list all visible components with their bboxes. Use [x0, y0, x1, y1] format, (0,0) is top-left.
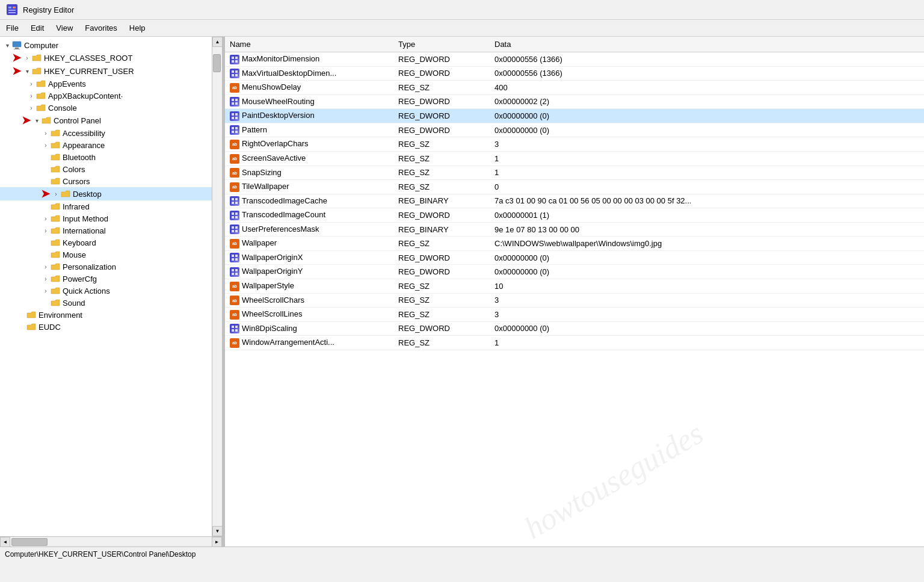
expand-appearance[interactable]: › — [41, 140, 51, 150]
expand-accessibility[interactable]: › — [41, 128, 51, 138]
table-row[interactable]: UserPreferencesMaskREG_BINARY9e 1e 07 80… — [225, 222, 924, 237]
tree-item-accessibility[interactable]: › Accessibility — [0, 127, 212, 139]
tree-item-appxbackup[interactable]: › AppXBackupContent· — [0, 90, 212, 102]
scroll-down-btn[interactable]: ▼ — [212, 526, 222, 536]
tree-item-appevents[interactable]: › AppEvents — [0, 78, 212, 90]
reg-type-cell: REG_SZ — [393, 166, 490, 180]
tree-item-appearance[interactable]: › Appearance — [0, 139, 212, 151]
table-row[interactable]: abWallpaperREG_SZC:\WINDOWS\web\wallpape… — [225, 237, 924, 251]
tree-item-powercfg[interactable]: › PowerCfg — [0, 273, 212, 285]
svg-rect-43 — [235, 258, 238, 261]
table-row[interactable]: TranscodedImageCountREG_DWORD0x00000001 … — [225, 208, 924, 223]
svg-rect-26 — [232, 131, 234, 133]
table-row[interactable]: abWheelScrollLinesREG_SZ3 — [225, 308, 924, 322]
expand-international[interactable]: › — [41, 226, 51, 235]
table-row[interactable]: WallpaperOriginXREG_DWORD0x00000000 (0) — [225, 250, 924, 265]
tree-item-hkcu[interactable]: ➤ ▾ HKEY_CURRENT_USER — [0, 64, 212, 78]
reg-data-cell: 10 — [490, 279, 924, 294]
table-row[interactable]: abTileWallpaperREG_SZ0 — [225, 180, 924, 194]
expand-controlpanel[interactable]: ▾ — [32, 116, 42, 125]
table-row[interactable]: abSnapSizingREG_SZ1 — [225, 166, 924, 180]
scroll-up-btn[interactable]: ▲ — [212, 37, 222, 47]
tree-item-console[interactable]: › Console — [0, 102, 212, 114]
table-row[interactable]: MaxMonitorDimensionREG_DWORD0x00000556 (… — [225, 52, 924, 67]
tree-item-mouse[interactable]: Mouse — [0, 249, 212, 261]
left-hscrollbar[interactable]: ◄ ► — [0, 536, 222, 546]
tree-item-hkcr[interactable]: ➤ › HKEY_CLASSES_ROOT — [0, 51, 212, 64]
tree-item-sound[interactable]: Sound — [0, 297, 212, 309]
table-row[interactable]: MaxVirtualDesktopDimen...REG_DWORD0x0000… — [225, 66, 924, 81]
scroll-thumb-left[interactable] — [213, 54, 221, 72]
table-row[interactable]: abMenuShowDelayREG_SZ400 — [225, 81, 924, 95]
tree-item-personalization[interactable]: › Personalization — [0, 261, 212, 273]
reg-name-cell: WallpaperOriginY — [225, 265, 393, 279]
reg-dword-icon — [230, 55, 239, 64]
expand-personalization[interactable]: › — [41, 262, 51, 271]
reg-dword-icon — [230, 125, 239, 135]
reg-sz-icon: ab — [230, 338, 239, 348]
table-row[interactable]: abWheelScrollCharsREG_SZ3 — [225, 293, 924, 308]
reg-name-text: ScreenSaveActive — [242, 153, 306, 163]
tree-item-desktop[interactable]: ➤ › Desktop — [0, 187, 212, 200]
menu-help[interactable]: Help — [123, 21, 152, 35]
tree-item-inputmethod[interactable]: › Input Method — [0, 212, 212, 224]
expand-computer[interactable]: ▾ — [2, 40, 12, 50]
tree-item-keyboard[interactable]: Keyboard — [0, 237, 212, 249]
tree-item-international[interactable]: › International — [0, 224, 212, 237]
main-content: howtouseguides ▾ Computer ➤ — [0, 37, 924, 546]
folder-icon-cursors — [51, 176, 60, 186]
table-row[interactable]: PatternREG_DWORD0x00000000 (0) — [225, 123, 924, 137]
tree-item-environment[interactable]: Environment — [0, 309, 212, 321]
menu-view[interactable]: View — [50, 21, 79, 35]
table-row[interactable]: MouseWheelRoutingREG_DWORD0x00000002 (2) — [225, 94, 924, 109]
svg-rect-41 — [235, 255, 238, 257]
tree-item-quickactions[interactable]: › Quick Actions — [0, 285, 212, 297]
hscroll-right-btn[interactable]: ► — [212, 537, 222, 547]
reg-type-cell: REG_BINARY — [393, 194, 490, 208]
folder-icon-personalization — [51, 262, 60, 271]
reg-data-cell: 3 — [490, 137, 924, 152]
table-row[interactable]: PaintDesktopVersionREG_DWORD0x00000000 (… — [225, 109, 924, 123]
menu-favorites[interactable]: Favorites — [79, 21, 123, 35]
svg-rect-28 — [232, 198, 234, 200]
tree-item-infrared[interactable]: Infrared — [0, 200, 212, 212]
reg-type-cell: REG_DWORD — [393, 123, 490, 137]
reg-sz-icon: ab — [230, 168, 239, 178]
table-row[interactable]: TranscodedImageCacheREG_BINARY7a c3 01 0… — [225, 194, 924, 208]
table-row[interactable]: WallpaperOriginYREG_DWORD0x00000000 (0) — [225, 265, 924, 279]
tree-item-colors[interactable]: Colors — [0, 163, 212, 175]
svg-rect-17 — [235, 99, 238, 101]
svg-rect-51 — [235, 329, 238, 332]
folder-icon-console — [36, 103, 46, 113]
expand-quickactions[interactable]: › — [41, 286, 51, 296]
reg-type-cell: REG_SZ — [393, 151, 490, 166]
menu-edit[interactable]: Edit — [25, 21, 50, 35]
table-row[interactable]: Win8DpiScalingREG_DWORD0x00000000 (0) — [225, 321, 924, 336]
hscroll-left-btn[interactable]: ◄ — [0, 537, 10, 547]
expand-hkcr[interactable]: › — [22, 53, 32, 63]
expand-desktop[interactable]: › — [51, 189, 61, 199]
expand-inputmethod[interactable]: › — [41, 214, 51, 223]
tree-item-computer[interactable]: ▾ Computer — [0, 39, 212, 51]
table-row[interactable]: abScreenSaveActiveREG_SZ1 — [225, 151, 924, 166]
hscroll-thumb[interactable] — [11, 538, 48, 546]
menu-file[interactable]: File — [0, 21, 25, 35]
table-row[interactable]: abWallpaperStyleREG_SZ10 — [225, 279, 924, 294]
table-row[interactable]: abRightOverlapCharsREG_SZ3 — [225, 137, 924, 152]
table-row[interactable]: abWindowArrangementActi...REG_SZ1 — [225, 336, 924, 350]
tree-item-controlpanel[interactable]: ➤ ▾ Control Panel — [0, 114, 212, 127]
tree-area[interactable]: ▾ Computer ➤ › HKEY_CLASSES_ROOT — [0, 37, 212, 536]
tree-label-keyboard: Keyboard — [63, 238, 96, 247]
red-arrow-desktop: ➤ — [41, 188, 50, 199]
left-vscrollbar[interactable]: ▲ ▼ — [212, 37, 222, 536]
expand-console[interactable]: › — [26, 103, 36, 113]
expand-powercfg[interactable]: › — [41, 274, 51, 283]
tree-item-bluetooth[interactable]: Bluetooth — [0, 151, 212, 163]
tree-label-console: Console — [48, 104, 77, 113]
expand-hkcu[interactable]: ▾ — [22, 66, 32, 76]
expand-appevents[interactable]: › — [26, 79, 36, 88]
tree-item-cursors[interactable]: Cursors — [0, 175, 212, 187]
svg-rect-37 — [235, 226, 238, 229]
tree-item-eudc[interactable]: EUDC — [0, 321, 212, 333]
expand-appxbackup[interactable]: › — [26, 91, 36, 101]
